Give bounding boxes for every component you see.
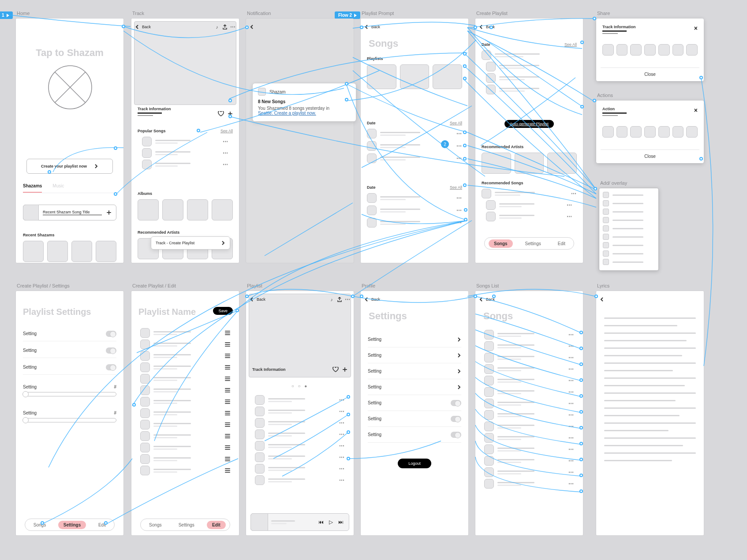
node[interactable] [474, 26, 477, 29]
tab-settings[interactable]: Settings [58, 521, 86, 529]
music-icon[interactable]: ♪ [214, 24, 220, 30]
more-icon[interactable]: ⋯ [568, 366, 574, 372]
back-label[interactable]: Back [371, 297, 380, 302]
node[interactable] [474, 295, 477, 298]
node[interactable] [579, 362, 583, 366]
artist-tile[interactable] [482, 153, 511, 174]
frame-create-settings[interactable]: Create Playlist / Settings Playlist Sett… [16, 291, 123, 535]
more-icon[interactable]: ⋯ [568, 458, 574, 464]
more-icon[interactable]: ⋯ [456, 155, 462, 161]
pl-row[interactable]: ⋯ [255, 418, 345, 428]
more-icon[interactable]: ⋯ [223, 150, 228, 156]
more-icon[interactable]: ⋯ [339, 420, 345, 426]
sl-row[interactable]: ⋯ [484, 330, 574, 340]
node[interactable] [41, 521, 44, 525]
back-icon[interactable] [479, 25, 483, 29]
node[interactable] [594, 187, 597, 190]
action-item[interactable] [616, 126, 628, 138]
edit-row[interactable] [140, 374, 230, 384]
playback-bar[interactable]: ⏮ ▷ ⏭ [250, 513, 349, 531]
shazam-circle-icon[interactable] [48, 65, 93, 110]
action-item[interactable] [672, 126, 684, 138]
toggle[interactable] [451, 416, 461, 422]
back-icon[interactable] [479, 297, 483, 302]
sl-row[interactable]: ⋯ [484, 399, 574, 408]
setting-row[interactable]: Setting [368, 395, 461, 411]
sl-row[interactable]: ⋯ [484, 353, 574, 362]
setting-row[interactable]: Setting [368, 411, 461, 427]
album-tile[interactable] [187, 199, 208, 220]
edit-row[interactable] [140, 443, 230, 452]
pl-row[interactable]: ⋯ [255, 429, 345, 439]
frame-add-overlay[interactable]: Add/ overlay [599, 188, 659, 271]
tab-edit[interactable]: Edit [207, 521, 226, 529]
overlay-item[interactable] [603, 209, 655, 215]
frame-create-edit[interactable]: Create Playlist / Edit Playlist Name Sav… [131, 291, 239, 535]
pp-row[interactable]: ⋯ [367, 205, 462, 215]
node[interactable] [594, 295, 598, 298]
node[interactable] [579, 442, 583, 445]
node[interactable] [228, 115, 232, 118]
close-icon[interactable]: × [694, 107, 698, 114]
node[interactable] [228, 99, 232, 102]
share-icon[interactable] [337, 297, 342, 302]
step-badge-2[interactable]: 2 [441, 140, 449, 148]
cp-rec-row[interactable]: ⋯ [486, 200, 572, 210]
close-icon[interactable]: × [694, 25, 698, 32]
share-target[interactable] [672, 44, 684, 56]
node[interactable] [345, 98, 348, 101]
node[interactable] [579, 347, 583, 350]
flow-badge-1[interactable]: 1 [0, 11, 13, 19]
popular-row[interactable]: ⋯ [142, 148, 228, 158]
node[interactable] [579, 489, 583, 493]
frame-profile[interactable]: Profile Back Settings Setting Setting Se… [361, 291, 468, 535]
track-create-playlist-popover[interactable]: Track - Create Playlist [151, 236, 230, 250]
drag-icon[interactable] [225, 457, 230, 461]
overlay-item[interactable] [603, 259, 655, 265]
back-icon[interactable] [364, 25, 369, 29]
more-icon[interactable]: ⋯ [568, 377, 574, 384]
music-icon[interactable]: ♪ [329, 297, 334, 302]
sl-row[interactable]: ⋯ [484, 456, 574, 466]
more-icon[interactable]: ⋯ [456, 195, 462, 201]
more-icon[interactable]: ⋯ [567, 213, 572, 220]
edit-row[interactable] [140, 408, 230, 418]
frame-actions[interactable]: Actions Action × Close [596, 101, 704, 163]
save-button[interactable]: Save [213, 307, 233, 315]
edit-row[interactable] [140, 385, 230, 395]
overlay-item[interactable] [603, 234, 655, 240]
tab-settings[interactable]: Settings [174, 521, 199, 529]
popular-row[interactable]: ⋯ [142, 160, 228, 169]
toggle[interactable] [451, 432, 461, 438]
recent-tile[interactable] [23, 241, 44, 262]
more-icon[interactable]: ⋯ [568, 446, 574, 452]
edit-row[interactable] [140, 454, 230, 464]
setting-row[interactable]: Setting [368, 332, 461, 347]
node[interactable] [132, 403, 136, 407]
more-icon[interactable]: ⋯ [339, 454, 345, 460]
edit-row[interactable] [140, 431, 230, 441]
node[interactable] [464, 208, 467, 212]
pl-row[interactable]: ⋯ [255, 407, 345, 416]
sl-row[interactable]: ⋯ [484, 433, 574, 443]
recent-tile[interactable] [96, 241, 116, 262]
node[interactable] [463, 52, 467, 56]
pl-row[interactable]: ⋯ [255, 475, 345, 485]
overlay-item[interactable] [603, 200, 655, 206]
more-icon[interactable]: ⋯ [568, 435, 574, 441]
cp-rec-row[interactable]: ⋯ [482, 189, 577, 198]
node[interactable] [360, 295, 363, 298]
more-icon[interactable]: ⋯ [568, 423, 574, 429]
edit-row[interactable] [140, 362, 230, 372]
back-icon[interactable] [250, 297, 254, 302]
node[interactable] [104, 521, 108, 525]
tab-edit[interactable]: Edit [94, 521, 110, 529]
edit-row[interactable] [140, 351, 230, 361]
sl-row[interactable]: ⋯ [484, 444, 574, 454]
cp-cta[interactable]: Auto-generate Playlist [504, 120, 554, 128]
node[interactable] [463, 131, 467, 134]
frame-notification[interactable]: Notification Shazam 8 New Songs You Shaz… [246, 19, 354, 263]
overlay-item[interactable] [603, 250, 655, 257]
frame-playlist[interactable]: Playlist Back ♪ ⋯ Track Information ○ ○ … [246, 291, 354, 535]
play-icon[interactable]: ▷ [329, 519, 333, 525]
